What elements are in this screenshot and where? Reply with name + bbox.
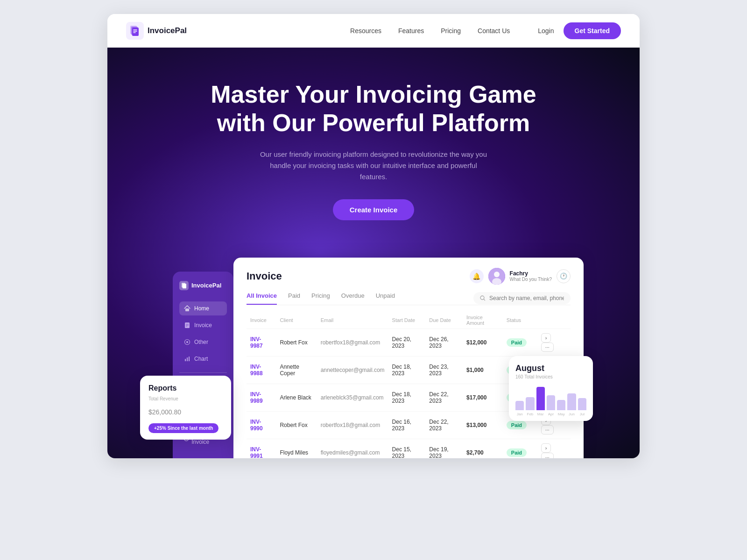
cell-amount: $17,000 xyxy=(463,384,503,411)
clock-button[interactable]: 🕐 xyxy=(557,269,571,283)
sidebar-item-chart[interactable]: Chart xyxy=(179,352,227,366)
sidebar-home-label: Home xyxy=(194,305,209,312)
cell-client: Robert Fox xyxy=(276,329,317,356)
page-wrapper: InvoicePal Resources Features Pricing Co… xyxy=(107,14,640,458)
row-action-chevron[interactable]: › xyxy=(541,333,551,343)
chart-bar xyxy=(557,400,565,410)
cell-amount: $2,700 xyxy=(463,439,503,458)
get-started-button[interactable]: Get Started xyxy=(564,22,621,39)
table-row: INV-9991 Floyd Miles floyedmiles@gmail.c… xyxy=(247,439,571,458)
status-badge: Paid xyxy=(507,421,527,429)
bar-labels: JanFebMarAprMayJunJul xyxy=(515,412,586,416)
col-amount: Invoice Amount xyxy=(463,312,503,329)
chart-bar xyxy=(547,395,555,410)
invoice-icon xyxy=(184,322,190,329)
invoice-tabs: All Invoice Paid Pricing Overdue Unpaid xyxy=(247,292,571,305)
chart-bar-label: Jul xyxy=(578,412,586,416)
reports-title: Reports xyxy=(148,384,223,392)
cell-client: Annette Coper xyxy=(276,356,317,384)
col-invoice: Invoice xyxy=(247,312,276,329)
hero-subtitle: Our user friendly invoicing platform des… xyxy=(257,149,490,182)
user-area: 🔔 Fachry What Do you Think? xyxy=(470,268,571,285)
cell-amount: $1,000 xyxy=(463,356,503,384)
svg-rect-10 xyxy=(185,308,189,311)
chart-bar xyxy=(567,393,576,410)
table-row: INV-9987 Robert Fox robertfox18@gmail.co… xyxy=(247,329,571,356)
svg-line-27 xyxy=(484,299,485,301)
reports-card: Reports Total Revenue $26,000.80 +25% Si… xyxy=(140,376,231,440)
col-start: Start Date xyxy=(388,312,426,329)
tab-overdue[interactable]: Overdue xyxy=(341,292,365,305)
search-input[interactable] xyxy=(489,295,564,301)
search-box xyxy=(473,292,571,304)
status-badge: Paid xyxy=(507,448,527,457)
row-action-more[interactable]: ··· xyxy=(541,343,554,352)
col-client: Client xyxy=(276,312,317,329)
sidebar-item-other[interactable]: Other xyxy=(179,335,227,349)
chart-bar xyxy=(536,387,545,410)
cell-actions: › ··· xyxy=(537,439,571,458)
col-due: Due Date xyxy=(425,312,463,329)
dashboard-preview: InvoicePal Home Invoic xyxy=(126,244,621,458)
chart-bar xyxy=(526,397,534,410)
sidebar-chart-label: Chart xyxy=(194,356,208,362)
nav-links: Resources Features Pricing Contact Us xyxy=(350,27,510,35)
cell-email: robertfox18@gmail.com xyxy=(317,329,388,356)
hero-section: Master Your Invoicing Game with Our Powe… xyxy=(107,48,640,458)
tab-all-invoice[interactable]: All Invoice xyxy=(247,292,277,305)
svg-rect-18 xyxy=(187,357,188,361)
status-badge: Paid xyxy=(507,338,527,347)
chart-bar-label: Jan xyxy=(515,412,524,416)
tab-unpaid[interactable]: Unpaid xyxy=(376,292,395,305)
nav-contact[interactable]: Contact Us xyxy=(478,27,510,35)
cell-due: Dec 22, 2023 xyxy=(425,411,463,439)
invoice-panel-title: Invoice xyxy=(247,270,282,282)
nav-pricing[interactable]: Pricing xyxy=(441,27,461,35)
nav-actions: Login Get Started xyxy=(538,22,621,39)
col-status: Status xyxy=(503,312,537,329)
cell-email: annettecoper@gmail.com xyxy=(317,356,388,384)
sidebar-item-home[interactable]: Home xyxy=(179,301,227,315)
chart-bar-label: Mar xyxy=(536,412,545,416)
navbar: InvoicePal Resources Features Pricing Co… xyxy=(107,14,640,48)
sidebar-logo: InvoicePal xyxy=(179,281,227,290)
login-button[interactable]: Login xyxy=(538,27,554,35)
search-icon xyxy=(480,295,486,301)
august-card: August 160 Total Invoices JanFebMarAprMa… xyxy=(509,356,593,421)
svg-rect-17 xyxy=(185,359,186,361)
cell-invoice: INV-9987 xyxy=(247,329,276,356)
cell-due: Dec 23, 2023 xyxy=(425,356,463,384)
tab-pricing[interactable]: Pricing xyxy=(311,292,330,305)
cell-client: Arlene Black xyxy=(276,384,317,411)
cell-start: Dec 16, 2023 xyxy=(388,411,426,439)
logo-icon xyxy=(126,22,144,40)
tab-paid[interactable]: Paid xyxy=(288,292,300,305)
notifications-button[interactable]: 🔔 xyxy=(470,269,484,283)
avatar-image xyxy=(488,268,505,285)
nav-resources[interactable]: Resources xyxy=(350,27,381,35)
row-action-more[interactable]: ··· xyxy=(541,425,554,434)
cell-client: Floyd Miles xyxy=(276,439,317,458)
reports-label: Total Revenue xyxy=(148,396,223,401)
sidebar-item-invoice[interactable]: Invoice xyxy=(179,318,227,332)
svg-rect-3 xyxy=(132,28,139,36)
svg-point-24 xyxy=(494,272,500,277)
hero-cta-button[interactable]: Create Invoice xyxy=(333,199,415,220)
sidebar-logo-text: InvoicePal xyxy=(191,282,221,289)
chart-icon xyxy=(184,356,190,362)
svg-rect-19 xyxy=(189,357,190,361)
cell-amount: $12,000 xyxy=(463,329,503,356)
august-title: August xyxy=(515,364,586,373)
cell-invoice: INV-9989 xyxy=(247,384,276,411)
row-action-more[interactable]: ··· xyxy=(541,453,554,458)
cell-status: Paid xyxy=(503,439,537,458)
row-action-chevron[interactable]: › xyxy=(541,443,551,453)
sidebar-divider xyxy=(179,372,227,373)
nav-features[interactable]: Features xyxy=(398,27,424,35)
user-info: Fachry What Do you Think? xyxy=(510,270,552,282)
reports-cents: .80 xyxy=(172,408,181,416)
svg-point-26 xyxy=(480,296,484,300)
cell-invoice: INV-9988 xyxy=(247,356,276,384)
bar-chart xyxy=(515,385,586,410)
cell-invoice: INV-9990 xyxy=(247,411,276,439)
